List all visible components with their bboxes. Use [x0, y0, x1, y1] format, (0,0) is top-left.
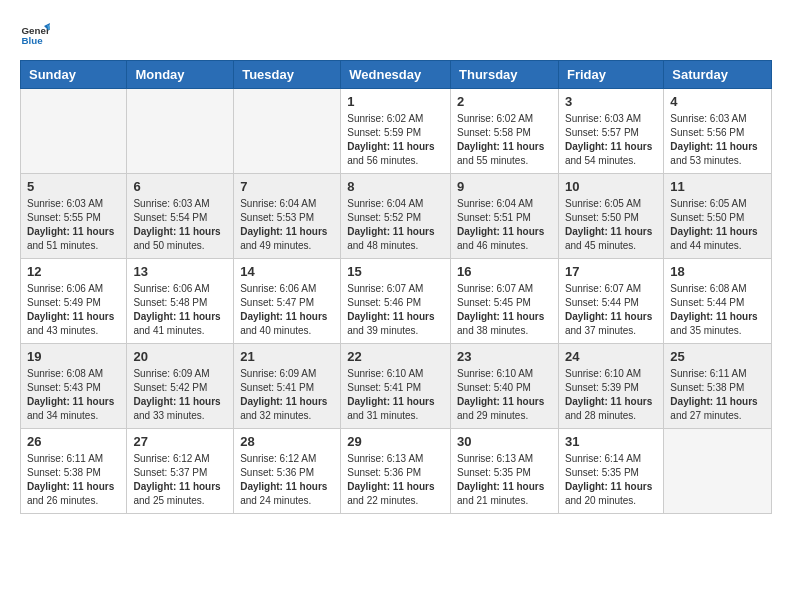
day-info: Sunrise: 6:11 AMSunset: 5:38 PMDaylight:… [670, 367, 765, 423]
calendar-day-10: 10Sunrise: 6:05 AMSunset: 5:50 PMDayligh… [558, 174, 663, 259]
weekday-header-tuesday: Tuesday [234, 61, 341, 89]
day-number: 20 [133, 349, 227, 364]
calendar-day-19: 19Sunrise: 6:08 AMSunset: 5:43 PMDayligh… [21, 344, 127, 429]
day-info: Sunrise: 6:02 AMSunset: 5:58 PMDaylight:… [457, 112, 552, 168]
day-number: 15 [347, 264, 444, 279]
day-number: 22 [347, 349, 444, 364]
calendar-day-12: 12Sunrise: 6:06 AMSunset: 5:49 PMDayligh… [21, 259, 127, 344]
day-number: 4 [670, 94, 765, 109]
day-info: Sunrise: 6:06 AMSunset: 5:49 PMDaylight:… [27, 282, 120, 338]
day-info: Sunrise: 6:10 AMSunset: 5:40 PMDaylight:… [457, 367, 552, 423]
calendar-week-row: 12Sunrise: 6:06 AMSunset: 5:49 PMDayligh… [21, 259, 772, 344]
calendar-day-5: 5Sunrise: 6:03 AMSunset: 5:55 PMDaylight… [21, 174, 127, 259]
day-number: 11 [670, 179, 765, 194]
calendar-day-23: 23Sunrise: 6:10 AMSunset: 5:40 PMDayligh… [451, 344, 559, 429]
day-info: Sunrise: 6:06 AMSunset: 5:47 PMDaylight:… [240, 282, 334, 338]
day-info: Sunrise: 6:03 AMSunset: 5:56 PMDaylight:… [670, 112, 765, 168]
day-info: Sunrise: 6:12 AMSunset: 5:37 PMDaylight:… [133, 452, 227, 508]
day-info: Sunrise: 6:09 AMSunset: 5:42 PMDaylight:… [133, 367, 227, 423]
weekday-header-friday: Friday [558, 61, 663, 89]
calendar-day-2: 2Sunrise: 6:02 AMSunset: 5:58 PMDaylight… [451, 89, 559, 174]
day-number: 5 [27, 179, 120, 194]
calendar-day-18: 18Sunrise: 6:08 AMSunset: 5:44 PMDayligh… [664, 259, 772, 344]
day-number: 30 [457, 434, 552, 449]
calendar-header-row: SundayMondayTuesdayWednesdayThursdayFrid… [21, 61, 772, 89]
calendar-day-6: 6Sunrise: 6:03 AMSunset: 5:54 PMDaylight… [127, 174, 234, 259]
day-number: 23 [457, 349, 552, 364]
day-number: 18 [670, 264, 765, 279]
day-info: Sunrise: 6:03 AMSunset: 5:54 PMDaylight:… [133, 197, 227, 253]
calendar-day-30: 30Sunrise: 6:13 AMSunset: 5:35 PMDayligh… [451, 429, 559, 514]
day-info: Sunrise: 6:07 AMSunset: 5:44 PMDaylight:… [565, 282, 657, 338]
calendar-day-26: 26Sunrise: 6:11 AMSunset: 5:38 PMDayligh… [21, 429, 127, 514]
day-info: Sunrise: 6:11 AMSunset: 5:38 PMDaylight:… [27, 452, 120, 508]
calendar-day-27: 27Sunrise: 6:12 AMSunset: 5:37 PMDayligh… [127, 429, 234, 514]
day-info: Sunrise: 6:03 AMSunset: 5:55 PMDaylight:… [27, 197, 120, 253]
calendar-day-31: 31Sunrise: 6:14 AMSunset: 5:35 PMDayligh… [558, 429, 663, 514]
day-number: 10 [565, 179, 657, 194]
weekday-header-wednesday: Wednesday [341, 61, 451, 89]
day-number: 7 [240, 179, 334, 194]
day-number: 25 [670, 349, 765, 364]
day-info: Sunrise: 6:07 AMSunset: 5:45 PMDaylight:… [457, 282, 552, 338]
day-info: Sunrise: 6:05 AMSunset: 5:50 PMDaylight:… [565, 197, 657, 253]
day-info: Sunrise: 6:12 AMSunset: 5:36 PMDaylight:… [240, 452, 334, 508]
day-info: Sunrise: 6:10 AMSunset: 5:39 PMDaylight:… [565, 367, 657, 423]
calendar-empty-cell [21, 89, 127, 174]
calendar-day-1: 1Sunrise: 6:02 AMSunset: 5:59 PMDaylight… [341, 89, 451, 174]
calendar-day-22: 22Sunrise: 6:10 AMSunset: 5:41 PMDayligh… [341, 344, 451, 429]
calendar-day-20: 20Sunrise: 6:09 AMSunset: 5:42 PMDayligh… [127, 344, 234, 429]
calendar-week-row: 5Sunrise: 6:03 AMSunset: 5:55 PMDaylight… [21, 174, 772, 259]
day-number: 26 [27, 434, 120, 449]
calendar-day-25: 25Sunrise: 6:11 AMSunset: 5:38 PMDayligh… [664, 344, 772, 429]
day-number: 17 [565, 264, 657, 279]
day-number: 13 [133, 264, 227, 279]
calendar-day-9: 9Sunrise: 6:04 AMSunset: 5:51 PMDaylight… [451, 174, 559, 259]
day-info: Sunrise: 6:08 AMSunset: 5:43 PMDaylight:… [27, 367, 120, 423]
calendar-empty-cell [234, 89, 341, 174]
day-number: 12 [27, 264, 120, 279]
weekday-header-saturday: Saturday [664, 61, 772, 89]
day-info: Sunrise: 6:05 AMSunset: 5:50 PMDaylight:… [670, 197, 765, 253]
day-info: Sunrise: 6:13 AMSunset: 5:35 PMDaylight:… [457, 452, 552, 508]
page-header: General Blue [20, 20, 772, 50]
calendar-day-11: 11Sunrise: 6:05 AMSunset: 5:50 PMDayligh… [664, 174, 772, 259]
calendar-day-28: 28Sunrise: 6:12 AMSunset: 5:36 PMDayligh… [234, 429, 341, 514]
day-number: 1 [347, 94, 444, 109]
calendar-day-4: 4Sunrise: 6:03 AMSunset: 5:56 PMDaylight… [664, 89, 772, 174]
calendar-day-13: 13Sunrise: 6:06 AMSunset: 5:48 PMDayligh… [127, 259, 234, 344]
calendar-empty-cell [127, 89, 234, 174]
weekday-header-monday: Monday [127, 61, 234, 89]
day-number: 24 [565, 349, 657, 364]
calendar-day-16: 16Sunrise: 6:07 AMSunset: 5:45 PMDayligh… [451, 259, 559, 344]
day-info: Sunrise: 6:04 AMSunset: 5:53 PMDaylight:… [240, 197, 334, 253]
day-number: 28 [240, 434, 334, 449]
calendar-day-8: 8Sunrise: 6:04 AMSunset: 5:52 PMDaylight… [341, 174, 451, 259]
logo: General Blue [20, 20, 56, 50]
day-number: 2 [457, 94, 552, 109]
calendar-day-7: 7Sunrise: 6:04 AMSunset: 5:53 PMDaylight… [234, 174, 341, 259]
calendar-week-row: 1Sunrise: 6:02 AMSunset: 5:59 PMDaylight… [21, 89, 772, 174]
calendar-day-15: 15Sunrise: 6:07 AMSunset: 5:46 PMDayligh… [341, 259, 451, 344]
day-number: 8 [347, 179, 444, 194]
day-info: Sunrise: 6:07 AMSunset: 5:46 PMDaylight:… [347, 282, 444, 338]
weekday-header-sunday: Sunday [21, 61, 127, 89]
calendar-day-17: 17Sunrise: 6:07 AMSunset: 5:44 PMDayligh… [558, 259, 663, 344]
day-info: Sunrise: 6:06 AMSunset: 5:48 PMDaylight:… [133, 282, 227, 338]
calendar-week-row: 26Sunrise: 6:11 AMSunset: 5:38 PMDayligh… [21, 429, 772, 514]
day-number: 9 [457, 179, 552, 194]
day-number: 19 [27, 349, 120, 364]
day-info: Sunrise: 6:03 AMSunset: 5:57 PMDaylight:… [565, 112, 657, 168]
day-number: 14 [240, 264, 334, 279]
day-info: Sunrise: 6:10 AMSunset: 5:41 PMDaylight:… [347, 367, 444, 423]
day-info: Sunrise: 6:13 AMSunset: 5:36 PMDaylight:… [347, 452, 444, 508]
day-number: 31 [565, 434, 657, 449]
calendar-day-24: 24Sunrise: 6:10 AMSunset: 5:39 PMDayligh… [558, 344, 663, 429]
day-info: Sunrise: 6:04 AMSunset: 5:52 PMDaylight:… [347, 197, 444, 253]
calendar-day-14: 14Sunrise: 6:06 AMSunset: 5:47 PMDayligh… [234, 259, 341, 344]
weekday-header-thursday: Thursday [451, 61, 559, 89]
calendar-day-3: 3Sunrise: 6:03 AMSunset: 5:57 PMDaylight… [558, 89, 663, 174]
day-info: Sunrise: 6:14 AMSunset: 5:35 PMDaylight:… [565, 452, 657, 508]
calendar-table: SundayMondayTuesdayWednesdayThursdayFrid… [20, 60, 772, 514]
logo-icon: General Blue [20, 20, 50, 50]
